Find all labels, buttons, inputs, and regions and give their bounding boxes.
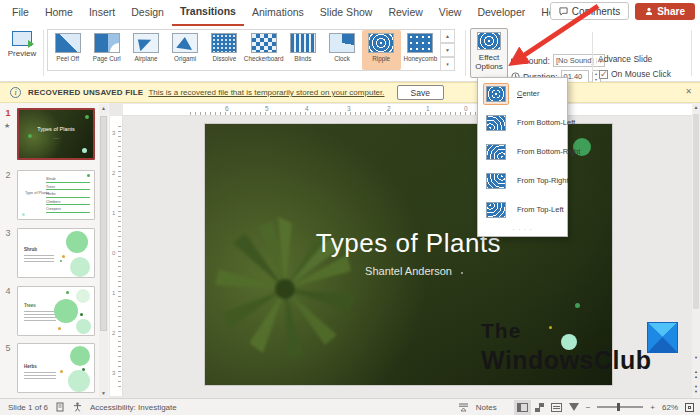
effect-options-button[interactable]: Effect Options <box>470 28 508 78</box>
recovered-message-link[interactable]: This is a recovered file that is tempora… <box>148 88 384 97</box>
tab-developer[interactable]: Developer <box>469 0 533 26</box>
previous-slide-button[interactable]: ▲▲ <box>692 369 700 380</box>
sound-icon <box>511 56 520 65</box>
gallery-scroll-up-button[interactable]: ▲ <box>441 29 455 43</box>
preview-button[interactable]: Preview <box>5 29 39 73</box>
thumb-scroll-down-icon[interactable]: ▼ <box>99 390 108 396</box>
transition-honeycomb[interactable]: Honeycomb <box>401 30 440 70</box>
slide-counter: Slide 1 of 6 <box>8 403 48 412</box>
thumbnail-scrollbar[interactable]: ▲ ▼ <box>99 104 108 397</box>
accessibility-icon[interactable] <box>73 402 82 412</box>
ribbon-tabs: File Home Insert Design Transitions Anim… <box>4 0 571 26</box>
thewindowsclub-watermark: The WindowsClub <box>481 320 652 373</box>
dropdown-more-indicator: · · · · <box>478 224 567 235</box>
transition-checkerboard[interactable]: Checkerboard <box>244 30 283 70</box>
display-settings-icon[interactable] <box>56 402 65 412</box>
save-button[interactable]: Save <box>397 85 444 100</box>
notes-button[interactable]: Notes <box>476 403 497 412</box>
transition-peel-off[interactable]: Peel Off <box>48 30 87 70</box>
tab-review[interactable]: Review <box>380 0 430 26</box>
zoom-level[interactable]: 62% <box>662 403 678 412</box>
vertical-ruler: 3 2 1 0 1 2 3 <box>110 116 123 396</box>
normal-view-button[interactable] <box>517 403 528 412</box>
menu-item-from-top-left[interactable]: From Top-Left <box>478 195 567 224</box>
menu-bar: File Home Insert Design Transitions Anim… <box>0 0 700 26</box>
menu-item-center[interactable]: Center <box>478 79 567 108</box>
slide-sorter-view-button[interactable] <box>535 403 544 412</box>
ripple-icon <box>368 33 394 53</box>
transition-origami[interactable]: Origami <box>166 30 205 70</box>
next-slide-button[interactable]: ▼▼ <box>692 384 700 395</box>
tab-transitions[interactable]: Transitions <box>172 0 244 26</box>
tab-design[interactable]: Design <box>123 0 172 26</box>
slide-thumbnail-2[interactable]: Type of Plants Shrub Trees Herbs Climber… <box>17 170 95 220</box>
ripple-top-left-icon <box>486 202 506 218</box>
slide-thumbnail-3[interactable]: Shrub <box>17 228 95 278</box>
transition-applied-star-icon: ★ <box>4 122 10 130</box>
comments-button[interactable]: Comments <box>550 2 629 20</box>
slide-thumbnail-5[interactable]: Herbs <box>17 343 95 393</box>
tab-animations[interactable]: Animations <box>244 0 312 26</box>
blinds-icon <box>290 33 316 53</box>
plant-image <box>205 184 390 385</box>
thumb-5-title: Herbs <box>24 364 37 369</box>
origami-label: Origami <box>166 55 205 62</box>
ruler-number: 2 <box>112 170 115 176</box>
transition-airplane[interactable]: Airplane <box>126 30 165 70</box>
zoom-out-icon[interactable]: − <box>586 403 591 412</box>
sound-label: Sound: <box>523 56 550 66</box>
thewindowsclub-logo-icon <box>647 322 678 353</box>
tab-file[interactable]: File <box>4 0 37 26</box>
ruler-number: 2 <box>112 330 115 336</box>
editor-scroll-up-icon[interactable]: ▲ <box>692 104 700 110</box>
thumb-3-title: Shrub <box>24 247 37 252</box>
transition-clock[interactable]: Clock <box>322 30 361 70</box>
tab-home[interactable]: Home <box>37 0 81 26</box>
transition-dissolve[interactable]: Dissolve <box>205 30 244 70</box>
notification-close-icon[interactable]: ✕ <box>685 87 692 96</box>
slideshow-view-button[interactable] <box>569 403 579 411</box>
zoom-slider[interactable] <box>597 406 643 408</box>
menu-item-from-bottom-right[interactable]: From Bottom-Right <box>478 137 567 166</box>
share-button[interactable]: Share <box>635 3 695 20</box>
tab-insert[interactable]: Insert <box>81 0 123 26</box>
transition-page-curl[interactable]: Page Curl <box>87 30 126 70</box>
editor-scrollbar-thumb[interactable] <box>693 114 699 309</box>
slide-thumbnail-1[interactable]: Types of Plants ⎯⎯⎯⎯ <box>17 108 95 160</box>
notes-icon <box>458 403 469 412</box>
menu-item-from-top-right[interactable]: From Top-Right <box>478 166 567 195</box>
thumb-2-row: Herbs <box>46 190 90 198</box>
ruler-number: 1 <box>112 290 115 296</box>
slide-thumbnail-4[interactable]: Trees <box>17 286 95 336</box>
tab-view[interactable]: View <box>431 0 470 26</box>
accessibility-status[interactable]: Accessibility: Investigate <box>90 403 177 412</box>
honeycomb-label: Honeycomb <box>401 55 440 62</box>
ripple-bottom-right-icon <box>486 144 506 160</box>
sound-value: [No Sound] <box>556 56 594 65</box>
share-person-icon <box>645 7 653 15</box>
on-mouse-click-checkbox[interactable] <box>599 70 608 79</box>
zoom-in-icon[interactable]: + <box>650 403 655 412</box>
menu-item-label: Center <box>517 89 540 98</box>
reading-view-button[interactable] <box>551 403 562 412</box>
honeycomb-icon <box>407 33 433 53</box>
tab-slide-show[interactable]: Slide Show <box>312 0 381 26</box>
fit-slide-to-window-icon[interactable] <box>685 403 694 412</box>
peel-off-label: Peel Off <box>48 55 87 62</box>
gallery-more-button[interactable]: ▾ <box>441 57 455 71</box>
slide-subtitle[interactable]: Shantel Anderson <box>205 265 612 277</box>
thumb-4-title: Trees <box>24 303 36 308</box>
transition-ripple[interactable]: Ripple <box>362 30 401 70</box>
transition-blinds[interactable]: Blinds <box>283 30 322 70</box>
ruler-number: 0 <box>464 105 468 112</box>
gallery-scroll-down-button[interactable]: ▼ <box>441 43 455 57</box>
menu-item-label: From Bottom-Right <box>517 147 580 156</box>
zoom-slider-thumb[interactable] <box>617 403 620 411</box>
editor-scrollbar[interactable]: ▲ ▼ ▲▲ ▼▼ <box>692 103 700 398</box>
menu-item-from-bottom-left[interactable]: From Bottom-Left <box>478 108 567 137</box>
page-curl-icon <box>94 33 120 53</box>
thumb-scroll-up-icon[interactable]: ▲ <box>99 105 108 111</box>
thumb-scrollbar-thumb[interactable] <box>100 116 107 331</box>
editor-scroll-down-icon[interactable]: ▼ <box>692 355 700 366</box>
effect-options-label-1: Effect <box>471 53 507 62</box>
